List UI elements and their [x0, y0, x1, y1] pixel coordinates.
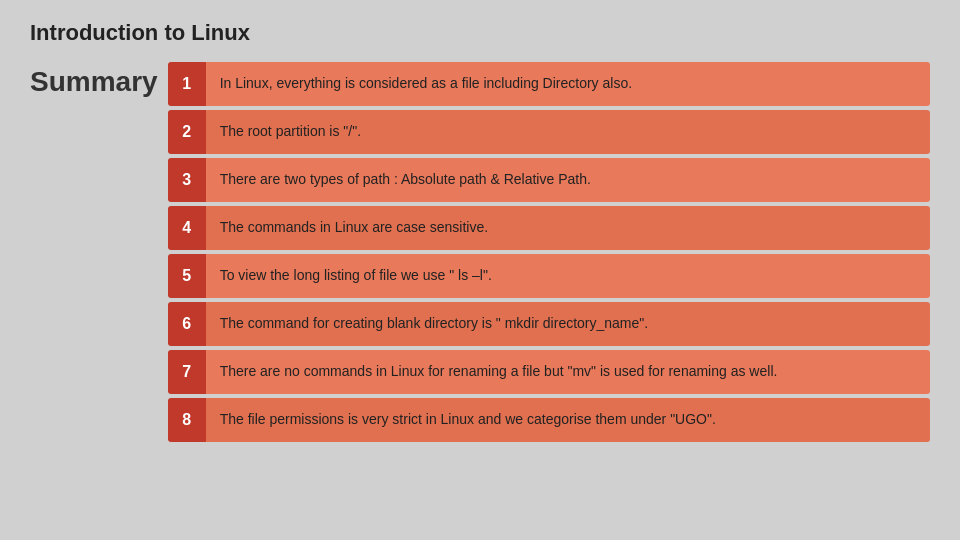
list-item: 3There are two types of path : Absolute … — [168, 158, 930, 202]
page-title: Introduction to Linux — [30, 20, 930, 46]
item-text: The commands in Linux are case sensitive… — [206, 206, 930, 250]
item-text: In Linux, everything is considered as a … — [206, 62, 930, 106]
item-number: 7 — [168, 350, 206, 394]
content-area: Summary 1In Linux, everything is conside… — [30, 62, 930, 442]
item-number: 2 — [168, 110, 206, 154]
items-list: 1In Linux, everything is considered as a… — [168, 62, 930, 442]
list-item: 8The file permissions is very strict in … — [168, 398, 930, 442]
list-item: 2The root partition is "/". — [168, 110, 930, 154]
item-number: 1 — [168, 62, 206, 106]
list-item: 4The commands in Linux are case sensitiv… — [168, 206, 930, 250]
list-item: 6The command for creating blank director… — [168, 302, 930, 346]
item-text: The file permissions is very strict in L… — [206, 398, 930, 442]
list-item: 5To view the long listing of file we use… — [168, 254, 930, 298]
page: Introduction to Linux Summary 1In Linux,… — [0, 0, 960, 540]
item-text: The root partition is "/". — [206, 110, 930, 154]
list-item: 1In Linux, everything is considered as a… — [168, 62, 930, 106]
summary-label: Summary — [30, 62, 158, 442]
item-text: There are no commands in Linux for renam… — [206, 350, 930, 394]
item-number: 4 — [168, 206, 206, 250]
item-text: There are two types of path : Absolute p… — [206, 158, 930, 202]
item-number: 3 — [168, 158, 206, 202]
item-text: To view the long listing of file we use … — [206, 254, 930, 298]
item-number: 5 — [168, 254, 206, 298]
list-item: 7There are no commands in Linux for rena… — [168, 350, 930, 394]
item-text: The command for creating blank directory… — [206, 302, 930, 346]
item-number: 8 — [168, 398, 206, 442]
item-number: 6 — [168, 302, 206, 346]
